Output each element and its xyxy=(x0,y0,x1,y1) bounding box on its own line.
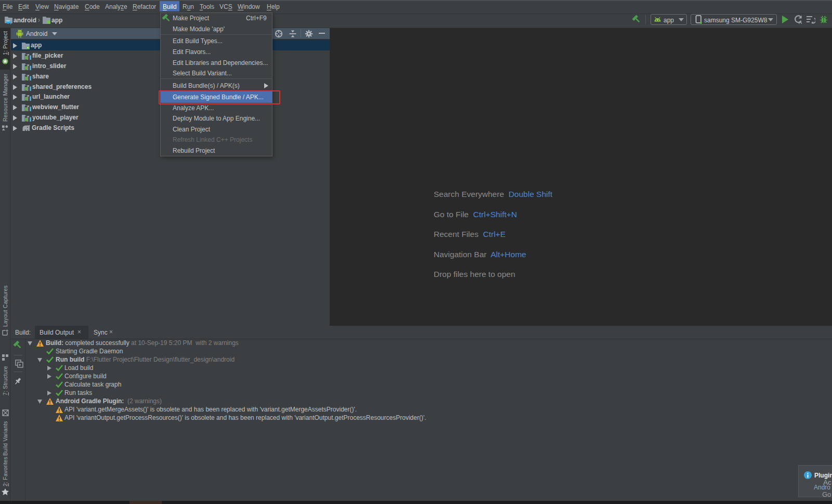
svg-text:A: A xyxy=(799,19,802,24)
